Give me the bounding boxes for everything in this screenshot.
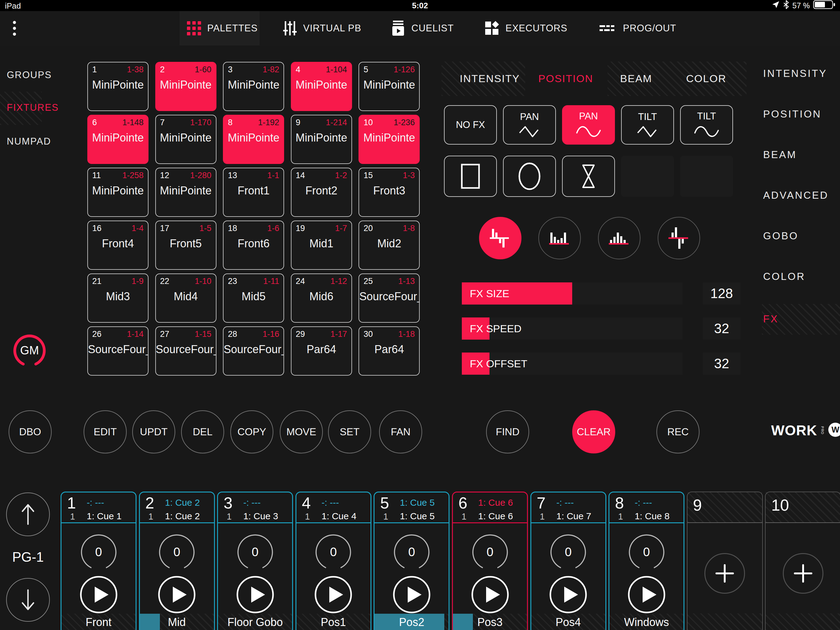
add-playback-button[interactable]	[704, 553, 745, 594]
playback-header[interactable]: 4-: ---11: Cue 4	[297, 492, 371, 523]
nav-item-cuelist[interactable]: CUELIST	[391, 11, 454, 46]
clear-button[interactable]: CLEAR	[572, 410, 615, 453]
dbo-button[interactable]: DBO	[9, 410, 52, 453]
right-sidebar-item-fx[interactable]: FX	[763, 313, 778, 325]
right-sidebar-item-gobo[interactable]: GOBO	[763, 230, 799, 242]
nav-item-prog-out[interactable]: PROG/OUT	[600, 11, 676, 46]
playback-knob[interactable]: 0	[549, 533, 587, 571]
tab-intensity[interactable]: INTENSITY	[459, 73, 520, 85]
playback-header[interactable]: 51: Cue 511: Cue 5	[374, 492, 448, 523]
set-button[interactable]: SET	[328, 410, 371, 453]
playback-knob[interactable]: 0	[237, 533, 274, 571]
fx-speed-slider[interactable]: FX SPEED	[462, 317, 682, 340]
fixture-cell-3[interactable]: 31-82MiniPointe	[223, 62, 284, 111]
fixture-cell-5[interactable]: 51-126MiniPointe	[358, 62, 420, 111]
right-sidebar-item-intensity[interactable]: INTENSITY	[763, 68, 827, 79]
fixture-cell-28[interactable]: 281-16SourceFour_	[223, 326, 284, 375]
play-button[interactable]	[549, 575, 587, 614]
fx-button-tilt-4[interactable]: TILT	[680, 105, 733, 144]
playback-header[interactable]: 9	[687, 492, 762, 523]
tab-position[interactable]: POSITION	[538, 73, 593, 85]
play-button[interactable]	[79, 575, 118, 614]
del-button[interactable]: DEL	[181, 410, 224, 453]
updt-button[interactable]: UPDT	[132, 410, 175, 453]
fixture-cell-21[interactable]: 211-9Mid3	[87, 274, 148, 323]
fx-curve-button-fx-valley-icon[interactable]	[538, 217, 581, 259]
fx-curve-button-fx-steps-icon[interactable]	[479, 217, 521, 259]
fx-offset-slider[interactable]: FX OFFSET	[462, 353, 682, 375]
playback-header[interactable]: 61: Cue 611: Cue 6	[453, 492, 527, 523]
fx-curve-button-fx-shuffle-icon[interactable]	[658, 217, 700, 259]
fx-shape-button-circle-shape-icon[interactable]	[503, 156, 556, 197]
play-button[interactable]	[392, 575, 431, 614]
fixture-cell-16[interactable]: 161-4Front4	[87, 220, 148, 270]
rec-button[interactable]: REC	[657, 410, 699, 453]
fx-curve-button-fx-pyramid-icon[interactable]	[598, 217, 641, 259]
sidebar-item-groups[interactable]: GROUPS	[7, 70, 52, 81]
fan-button[interactable]: FAN	[379, 410, 422, 453]
fx-button-no-fx-0[interactable]: NO FX	[444, 105, 497, 144]
fx-size-slider[interactable]: FX SIZE	[462, 282, 682, 304]
playback-knob[interactable]: 0	[158, 533, 196, 571]
fixture-cell-4[interactable]: 41-104MiniPointe	[291, 62, 352, 111]
tab-color[interactable]: COLOR	[686, 73, 726, 85]
play-button[interactable]	[236, 575, 275, 614]
nav-item-virtual-pb[interactable]: VIRTUAL PB	[283, 11, 361, 46]
more-menu-icon[interactable]	[12, 20, 22, 36]
playback-header[interactable]: 8-: ---11: Cue 8	[609, 492, 684, 523]
fixture-cell-24[interactable]: 241-12Mid6	[291, 274, 352, 323]
sidebar-item-fixtures[interactable]: FIXTURES	[7, 102, 59, 113]
fixture-cell-15[interactable]: 151-3Front3	[358, 168, 420, 217]
fx-shape-button-hourglass-shape-icon[interactable]	[562, 156, 615, 197]
play-button[interactable]	[471, 575, 510, 614]
nav-item-palettes[interactable]: PALETTES	[187, 11, 257, 46]
playback-header[interactable]: 7-: ---11: Cue 7	[531, 492, 605, 523]
playback-knob[interactable]: 0	[471, 533, 509, 571]
fixture-cell-30[interactable]: 301-18Par64	[358, 326, 420, 375]
fixture-cell-7[interactable]: 71-170MiniPointe	[155, 115, 216, 164]
fixture-cell-25[interactable]: 251-13SourceFour_	[358, 274, 420, 323]
tab-beam[interactable]: BEAM	[620, 73, 652, 85]
fixture-cell-12[interactable]: 121-280MiniPointe	[155, 168, 216, 217]
fixture-cell-18[interactable]: 181-6Front6	[223, 220, 284, 270]
fixture-cell-2[interactable]: 21-60MiniPointe	[155, 62, 216, 111]
fx-shape-button-square-shape-icon[interactable]	[444, 156, 497, 197]
add-playback-button[interactable]	[783, 553, 823, 594]
fixture-cell-23[interactable]: 231-11Mid5	[223, 274, 284, 323]
nav-item-executors[interactable]: EXECUTORS	[485, 11, 567, 46]
right-sidebar-item-position[interactable]: POSITION	[763, 108, 821, 120]
fixture-cell-9[interactable]: 91-214MiniPointe	[291, 115, 352, 164]
playback-knob[interactable]: 0	[393, 533, 431, 571]
page-down-button[interactable]	[6, 578, 50, 622]
playback-header[interactable]: 21: Cue 211: Cue 2	[140, 492, 214, 523]
copy-button[interactable]: COPY	[230, 410, 273, 453]
edit-button[interactable]: EDIT	[84, 410, 127, 453]
fixture-cell-6[interactable]: 61-148MiniPointe	[87, 115, 148, 164]
fixture-cell-10[interactable]: 101-236MiniPointe	[358, 115, 420, 164]
playback-knob[interactable]: 0	[628, 533, 665, 571]
fixture-cell-11[interactable]: 111-258MiniPointe	[87, 168, 148, 217]
sidebar-item-numpad[interactable]: NUMPAD	[7, 136, 51, 147]
playback-header[interactable]: 3-: ---11: Cue 3	[218, 492, 292, 523]
fixture-cell-27[interactable]: 271-15SourceFour_	[155, 326, 216, 375]
fixture-cell-17[interactable]: 171-5Front5	[155, 220, 216, 270]
fixture-cell-22[interactable]: 221-10Mid4	[155, 274, 216, 323]
right-sidebar-item-beam[interactable]: BEAM	[763, 149, 797, 161]
fixture-cell-8[interactable]: 81-192MiniPointe	[223, 115, 284, 164]
playback-header[interactable]: 10	[766, 492, 840, 523]
find-button[interactable]: FIND	[486, 410, 529, 453]
play-button[interactable]	[627, 575, 666, 614]
playback-knob[interactable]: 0	[80, 533, 117, 571]
right-sidebar-item-color[interactable]: COLOR	[763, 271, 805, 282]
right-sidebar-item-advanced[interactable]: ADVANCED	[763, 190, 829, 201]
fixture-cell-29[interactable]: 291-17Par64	[291, 326, 352, 375]
fx-button-pan-2[interactable]: PAN	[562, 105, 615, 144]
fixture-cell-13[interactable]: 131-1Front1	[223, 168, 284, 217]
page-up-button[interactable]	[6, 492, 50, 536]
play-button[interactable]	[314, 575, 353, 614]
fx-button-tilt-3[interactable]: TILT	[621, 105, 674, 144]
fixture-cell-14[interactable]: 141-2Front2	[291, 168, 352, 217]
fixture-cell-19[interactable]: 191-7Mid1	[291, 220, 352, 270]
play-button[interactable]	[158, 575, 196, 614]
fixture-cell-1[interactable]: 11-38MiniPointe	[87, 62, 148, 111]
